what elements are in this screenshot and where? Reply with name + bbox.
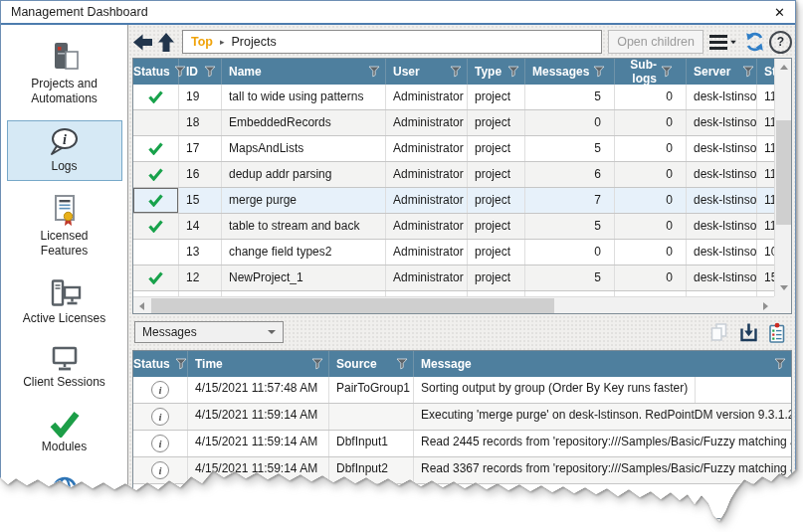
up-arrow-icon[interactable]	[156, 32, 176, 53]
cell-type: project	[468, 110, 525, 135]
cell-sublogs: 0	[615, 162, 687, 187]
cell-name: merge purge	[222, 188, 386, 213]
filter-funnel-icon[interactable]	[770, 358, 786, 370]
column-header-type[interactable]: Type	[468, 59, 525, 85]
column-header-time[interactable]: Time	[188, 351, 329, 377]
table-row[interactable]: 16dedup addr parsingAdministratorproject…	[133, 162, 774, 188]
scroll-left-icon[interactable]	[133, 297, 150, 314]
column-header-status[interactable]: Status	[133, 59, 179, 85]
cell-start: 11:5	[757, 110, 774, 135]
cell-start: 11:5	[757, 136, 774, 161]
table-row[interactable]: 19tall to wide using patternsAdministrat…	[133, 85, 774, 110]
scroll-down-icon[interactable]	[775, 279, 792, 296]
filter-funnel-icon[interactable]	[657, 66, 673, 78]
sidebar: Projects and Automations i Logs	[1, 25, 128, 526]
cell-messages: 7	[525, 188, 615, 213]
sidebar-item-label: Projects and Automations	[24, 77, 105, 106]
column-header-label: Time	[195, 357, 223, 371]
table-row[interactable]: 18EmbeddedRecordsAdministratorproject00d…	[133, 110, 774, 136]
column-header-server[interactable]: Server	[687, 59, 757, 85]
column-header-label: Sta	[764, 65, 774, 79]
open-children-button[interactable]: Open children	[608, 30, 703, 54]
message-details-icon[interactable]	[768, 322, 786, 343]
vertical-scrollbar[interactable]	[774, 59, 791, 296]
sidebar-item-logs[interactable]: i Logs	[7, 120, 122, 181]
cell-status	[133, 85, 179, 109]
column-header-messages[interactable]: Messages	[525, 59, 615, 85]
sidebar-item-client-sessions[interactable]: Client Sessions	[7, 340, 122, 397]
sidebar-item-licensed-features[interactable]: Licensed Features	[7, 188, 122, 266]
filter-funnel-icon[interactable]	[171, 358, 187, 370]
window-title: Management Dashboard	[11, 5, 774, 19]
scroll-up-icon[interactable]	[775, 59, 792, 76]
horizontal-scroll-thumb[interactable]	[151, 298, 554, 313]
cell-source: DbfInput1	[329, 431, 414, 456]
help-icon[interactable]: ?	[769, 31, 792, 54]
refresh-icon[interactable]	[743, 31, 766, 53]
messages-table-viewport: StatusTimeSourceMessage i4/15/2021 11:57…	[133, 351, 791, 518]
filter-funnel-icon[interactable]	[738, 66, 754, 78]
filter-funnel-icon[interactable]	[364, 66, 380, 78]
breadcrumb-root[interactable]: Top	[191, 35, 213, 49]
cell-start: 15:5	[757, 266, 774, 290]
messages-table: StatusTimeSourceMessage i4/15/2021 11:57…	[132, 350, 792, 519]
table-row[interactable]: 12NewProject_1Administratorproject50desk…	[133, 266, 774, 291]
breadcrumb[interactable]: Top ▸ Projects	[182, 30, 602, 54]
messages-toolbar: Messages	[132, 314, 792, 350]
column-header-start[interactable]: Sta	[757, 59, 774, 85]
column-header-label: Type	[475, 65, 502, 79]
cell-type: project	[468, 85, 525, 109]
column-header-sublogs[interactable]: Sub-logs	[615, 59, 687, 85]
table-row[interactable]: 14table to stream and backAdministratorp…	[133, 214, 774, 240]
info-icon: i	[151, 381, 169, 399]
vertical-scroll-thumb[interactable]	[776, 120, 791, 225]
table-row[interactable]: 17MapsAndListsAdministratorproject50desk…	[133, 136, 774, 162]
cell-type: project	[468, 188, 525, 213]
filter-funnel-icon[interactable]	[392, 358, 408, 370]
filter-funnel-icon[interactable]	[200, 66, 216, 78]
cell-name: tall to wide using patterns	[222, 85, 386, 109]
message-type-select[interactable]: Messages	[134, 321, 284, 343]
message-row[interactable]: i4/15/2021 11:57:48 AMPairToGroup1Sortin…	[133, 377, 791, 404]
back-arrow-icon[interactable]	[132, 33, 153, 52]
sidebar-item-active-licenses[interactable]: Active Licenses	[7, 272, 122, 333]
column-header-user[interactable]: User	[386, 59, 468, 85]
column-header-source[interactable]: Source	[329, 351, 414, 377]
navigation-toolbar: Top ▸ Projects Open children	[132, 28, 792, 56]
sidebar-item-web-services[interactable]: Web Services	[7, 468, 122, 528]
projects-automations-icon	[47, 41, 83, 75]
column-header-id[interactable]: ID	[179, 59, 222, 85]
cell-sublogs: 0	[615, 85, 687, 109]
column-header-status[interactable]: Status	[133, 351, 188, 377]
column-header-message[interactable]: Message	[414, 351, 791, 377]
save-to-file-icon[interactable]	[738, 322, 759, 343]
close-icon[interactable]: ✕	[774, 6, 785, 19]
cell-server: desk-lstinson	[687, 240, 757, 265]
sidebar-item-modules[interactable]: Modules	[7, 404, 122, 461]
sidebar-item-projects-and-automations[interactable]: Projects and Automations	[7, 35, 122, 113]
column-header-label: Message	[421, 357, 472, 371]
message-row[interactable]: i4/15/2021 11:59:14 AMExecuting 'merge p…	[133, 404, 791, 431]
message-row[interactable]: i4/15/2021 11:59:14 AMDbfInput1Read 2445…	[133, 431, 791, 457]
cell-user: Administrator	[386, 188, 468, 213]
table-row[interactable]: 15merge purgeAdministratorproject70desk-…	[133, 188, 774, 214]
filter-funnel-icon[interactable]	[589, 66, 605, 78]
scroll-right-icon[interactable]	[757, 297, 774, 314]
column-header-name[interactable]: Name	[222, 59, 386, 85]
cell-messages: 0	[525, 240, 615, 265]
cell-server: desk-lstinson	[687, 136, 757, 161]
horizontal-scrollbar[interactable]	[133, 296, 774, 313]
menu-hamburger-icon[interactable]	[706, 35, 740, 50]
filter-funnel-icon[interactable]	[307, 358, 323, 370]
filter-funnel-icon[interactable]	[503, 66, 519, 78]
cell-id: 17	[179, 136, 222, 161]
copy-icon[interactable]	[708, 322, 729, 343]
logs-table: StatusIDNameUserTypeMessagesSub-logsServ…	[132, 58, 792, 314]
success-check-icon	[148, 167, 163, 181]
cell-status	[133, 162, 179, 187]
filter-funnel-icon[interactable]	[446, 66, 462, 78]
table-row[interactable]: 13change field types2Administratorprojec…	[133, 240, 774, 266]
cell-start: 11:5	[757, 188, 774, 213]
message-row[interactable]: i4/15/2021 11:59:14 AMDbfInput2Read 3367…	[133, 457, 791, 484]
sidebar-item-label: Logs	[51, 159, 77, 174]
